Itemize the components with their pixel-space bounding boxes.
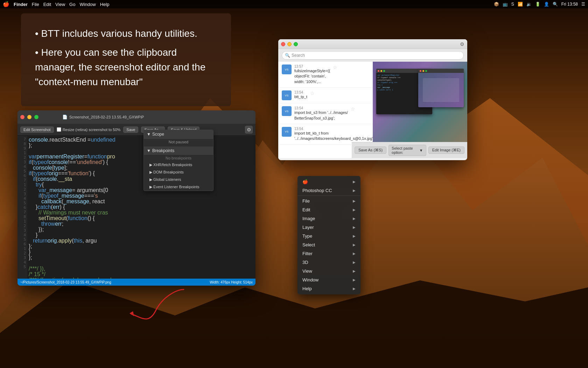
code-line: throw err;: [29, 221, 254, 227]
clipboard-item-1-star[interactable]: ☆: [333, 64, 337, 70]
menubar-help[interactable]: Help: [100, 2, 110, 7]
menubar-hamburger-icon[interactable]: ☰: [581, 2, 585, 7]
edit-screenshot-button[interactable]: Edit Screenshot: [20, 127, 54, 133]
clipboard-item-2-icon: VS: [282, 90, 292, 100]
context-menu-file[interactable]: File ▶: [298, 197, 360, 205]
menubar-skype-icon[interactable]: S: [511, 2, 514, 7]
context-menu-help[interactable]: Help ▶: [298, 284, 360, 293]
code-line: if (typeof _message === 's: [29, 193, 254, 199]
apple-icon: 🍎: [302, 179, 308, 184]
breakpoints-panel: ▼ Scope Not paused ▼ Breakpoints No brea…: [144, 130, 214, 191]
context-menu-filter[interactable]: Filter ▶: [298, 249, 360, 258]
clipboard-close-button[interactable]: [281, 42, 285, 46]
search-icon: 🔍: [285, 53, 290, 58]
clipboard-item-2[interactable]: VS 13:54 btt_tp_t ☆: [278, 88, 373, 103]
slide-panel: • BTT includes various handy utilities. …: [21, 13, 231, 106]
3d-arrow-icon: ▶: [353, 260, 356, 264]
menubar-go[interactable]: Go: [69, 2, 75, 7]
clipboard-item-4-icon: VS: [282, 127, 292, 137]
context-menu-image[interactable]: Image ▶: [298, 214, 360, 223]
clipboard-item-2-text: btt_tp_t: [294, 94, 307, 100]
global-listeners-item[interactable]: ▶ Global Listeners: [144, 176, 213, 183]
clipboard-item-4-time: 13:54: [294, 127, 373, 131]
editor-gear-button[interactable]: ⚙: [245, 126, 253, 134]
window-arrow-icon: ▶: [353, 278, 356, 282]
code-line: if (typeof console !== 'undefined') {: [29, 159, 254, 165]
menubar-edit[interactable]: Edit: [43, 2, 51, 7]
context-menu-view[interactable]: View ▶: [298, 267, 360, 275]
clipboard-item-3-icon: VS: [282, 106, 292, 116]
close-button[interactable]: [20, 115, 24, 119]
apple-menu[interactable]: 🍎: [3, 1, 9, 7]
clipboard-gear-button[interactable]: ⚙: [460, 41, 464, 47]
menubar-screen-icon[interactable]: 📺: [503, 2, 508, 7]
code-line: return orig.apply(this, argu: [29, 238, 254, 244]
code-line: if (typeof orig === 'function') {: [29, 171, 254, 176]
context-menu-3d[interactable]: 3D ▶: [298, 258, 360, 267]
menubar-search-icon[interactable]: 🔍: [553, 2, 558, 7]
clipboard-minimize-button[interactable]: [287, 42, 292, 46]
clipboard-item-3-star[interactable]: ☆: [351, 106, 355, 112]
clipboard-maximize-button[interactable]: [294, 42, 298, 46]
context-menu: 🍎 ▶ Photoshop CC ▶ File ▶ Edit ▶ Image ▶…: [298, 176, 360, 294]
menubar-user-icon[interactable]: 👤: [544, 2, 549, 7]
code-line: console[type];: [29, 165, 254, 171]
menubar-file[interactable]: File: [32, 2, 39, 7]
clipboard-search-area: 🔍 Search: [278, 49, 467, 62]
edit-arrow-icon: ▶: [353, 208, 356, 212]
file-arrow-icon: ▶: [353, 199, 356, 203]
not-paused-label: Not paused: [144, 138, 213, 145]
event-listener-breakpoints-item[interactable]: ▶ Event Listener Breakpoints: [144, 183, 213, 191]
code-line: console.reactStackEnd = undefined: [29, 137, 254, 143]
context-menu-photoshop[interactable]: Photoshop CC ▶: [298, 186, 360, 195]
menubar-wifi-icon[interactable]: 📶: [518, 2, 523, 7]
menubar-battery-icon[interactable]: 🔋: [535, 2, 540, 7]
code-line: // Warnings must never cras: [29, 210, 254, 216]
minimize-button[interactable]: [27, 115, 31, 119]
dom-breakpoints-item[interactable]: ▶ DOM Breakpoints: [144, 169, 213, 176]
no-breakpoints-label: No breakpoints: [144, 155, 213, 161]
context-menu-edit[interactable]: Edit ▶: [298, 205, 360, 214]
file-icon: 📄: [62, 115, 68, 120]
resize-label: Resize (retina) screenshot to 50%: [63, 128, 121, 132]
clipboard-item-3-text: import bst_s3 from '../../images/BetterS…: [294, 110, 348, 121]
code-line: }: [29, 249, 254, 255]
menubar: 🍎 Finder File Edit View Go Window Help 📦…: [0, 0, 588, 8]
context-menu-type[interactable]: Type ▶: [298, 232, 360, 240]
statusbar-dimensions: Width: 476px Height: 514px: [210, 280, 253, 284]
clipboard-paste-select[interactable]: Select paste option: ▼: [388, 145, 426, 156]
menubar-view[interactable]: View: [55, 2, 65, 7]
image-arrow-icon: ▶: [353, 217, 356, 220]
code-area[interactable]: console.reactStackEnd = undefined }; var…: [27, 136, 255, 286]
save-button[interactable]: Save: [123, 127, 138, 133]
context-menu-apple[interactable]: 🍎 ▶: [298, 177, 360, 186]
code-line: });: [29, 227, 254, 232]
clipboard-search-input[interactable]: 🔍 Search: [282, 51, 464, 60]
clipboard-save-as-button[interactable]: Save As (⌘S): [355, 146, 386, 154]
maximize-button[interactable]: [34, 115, 38, 119]
clipboard-preview-thumbnail-2: [418, 69, 464, 107]
context-menu-select[interactable]: Select ▶: [298, 240, 360, 249]
clipboard-item-1[interactable]: VS 13:57 fullsizeImageStyle={{objectFit:…: [278, 62, 373, 88]
code-line: /***/ }),: [29, 266, 254, 272]
clipboard-manager-window: ⚙ 🔍 Search VS 13:57 fullsizeImageStyle={…: [278, 39, 467, 160]
context-menu-layer[interactable]: Layer ▶: [298, 223, 360, 232]
clipboard-item-4[interactable]: VS 13:54 import btt_kb_t from '../../ima…: [278, 124, 373, 145]
clipboard-item-2-time: 13:54: [294, 90, 307, 94]
menubar-finder[interactable]: Finder: [14, 2, 28, 7]
clipboard-item-4-text: import btt_kb_t from '../../images//btts…: [294, 131, 373, 142]
xhr-fetch-breakpoints-item[interactable]: ▶ XHR/fetch Breakpoints: [144, 161, 213, 169]
menubar-window[interactable]: Window: [79, 2, 96, 7]
clipboard-edit-image-button[interactable]: Edit Image (⌘E): [428, 146, 464, 154]
clipboard-item-2-star[interactable]: ☆: [310, 90, 315, 96]
breakpoints-header: ▼ Breakpoints: [144, 146, 213, 155]
code-line: if (console.__sta: [29, 176, 254, 182]
photoshop-arrow-icon: ▶: [353, 189, 356, 192]
code-line: /* 15 */: [29, 272, 254, 277]
clipboard-item-3[interactable]: VS 13:54 import bst_s3 from '../../image…: [278, 103, 373, 124]
menubar-dropbox-icon[interactable]: 📦: [494, 2, 499, 7]
menubar-volume-icon[interactable]: 🔉: [526, 2, 532, 7]
context-menu-window[interactable]: Window ▶: [298, 275, 360, 284]
resize-checkbox[interactable]: [57, 127, 61, 132]
code-panel[interactable]: 789 1234567 12345678 123456 12345 consol…: [18, 136, 255, 286]
